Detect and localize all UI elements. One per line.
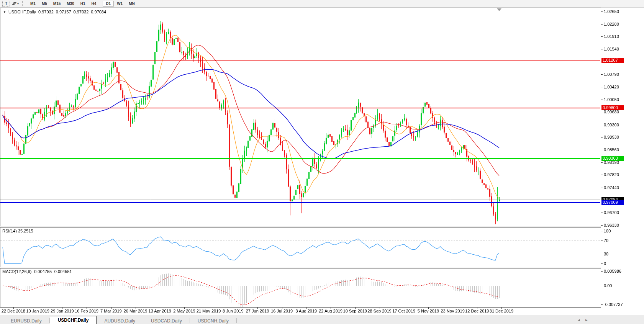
price-tick-label: 1.01540 bbox=[604, 47, 619, 51]
date-tick-label: 10 Jan 2019 bbox=[26, 309, 49, 313]
chart-symbol-header[interactable]: ▼ USDCHF,Daily 0.97032 0.97157 0.97032 0… bbox=[3, 10, 106, 14]
macd-tick-label: -0.007737 bbox=[604, 302, 623, 307]
price-tick-label: 1.00050 bbox=[604, 97, 619, 102]
date-tick-label: 16 Feb 2019 bbox=[75, 309, 98, 313]
price-tick-label: 0.96700 bbox=[604, 210, 619, 215]
date-tick-label: 12 Dec 2019 bbox=[465, 309, 489, 313]
macd-tick-label: 0.005986 bbox=[604, 269, 621, 273]
tab-scroll-left-icon[interactable]: ◂ bbox=[578, 317, 580, 322]
chart-tab-eurusd[interactable]: EURUSD,Daily bbox=[3, 317, 49, 324]
price-badge: 1.01207 bbox=[601, 58, 624, 63]
price-tick-label: 0.97440 bbox=[604, 185, 619, 190]
ohlc-high: 0.97157 bbox=[56, 10, 71, 14]
chart-tab-bar: EURUSD,DailyUSDCHF,DailyAUDUSD,DailyUSDC… bbox=[0, 315, 644, 324]
date-tick-label: 22 Dec 2018 bbox=[2, 309, 25, 313]
date-tick-label: 26 Mar 2019 bbox=[124, 309, 147, 313]
price-tick-label: 0.98930 bbox=[604, 135, 619, 139]
ohlc-close: 0.97084 bbox=[91, 10, 106, 14]
date-tick-label: 13 Apr 2019 bbox=[149, 309, 171, 313]
price-badge: 0.99800 bbox=[601, 105, 624, 110]
date-tick-label: 16 Jul 2019 bbox=[271, 309, 293, 313]
chart-tab-audusd[interactable]: AUDUSD,Daily bbox=[97, 317, 143, 324]
symbol-label: USDCHF,Daily bbox=[8, 10, 36, 14]
price-tick-label: 1.00420 bbox=[604, 85, 619, 89]
price-badge: 0.98303 bbox=[601, 156, 624, 161]
date-tick-label: 10 Sep 2019 bbox=[343, 309, 367, 313]
date-tick-label: 31 Dec 2019 bbox=[490, 309, 513, 313]
rsi-indicator-label: RSI(14) 35.2515 bbox=[2, 229, 33, 233]
price-tick-label: 1.00790 bbox=[604, 72, 619, 77]
price-badge: 0.97009 bbox=[601, 200, 624, 205]
date-tick-label: 5 Nov 2019 bbox=[418, 309, 439, 313]
rsi-tick-label: 70 bbox=[604, 238, 608, 243]
date-tick-label: 7 Mar 2019 bbox=[100, 309, 122, 313]
date-tick-label: 17 Oct 2019 bbox=[392, 309, 415, 313]
price-tick-label: 0.97820 bbox=[604, 172, 619, 177]
rsi-tick-label: 100 bbox=[604, 229, 611, 233]
chart-tab-usdchf[interactable]: USDCHF,Daily bbox=[50, 316, 97, 324]
price-tick-label: 0.99300 bbox=[604, 123, 619, 127]
date-tick-label: 23 Nov 2019 bbox=[441, 309, 464, 313]
macd-indicator-label: MACD(12,26,9) -0.004755 -0.004551 bbox=[2, 269, 72, 274]
chart-canvas[interactable] bbox=[0, 0, 644, 324]
date-tick-label: 29 Jan 2019 bbox=[51, 309, 74, 313]
date-tick-label: 21 May 2019 bbox=[197, 309, 221, 313]
date-tick-label: 8 Jun 2019 bbox=[223, 309, 243, 313]
date-tick-label: 2 May 2019 bbox=[173, 309, 195, 313]
price-tick-label: 1.02650 bbox=[604, 9, 619, 14]
rsi-tick-label: 30 bbox=[604, 252, 608, 256]
macd-tick-label: 0.00 bbox=[604, 283, 612, 288]
ohlc-low: 0.97032 bbox=[74, 10, 89, 14]
chart-tab-usdcnh[interactable]: USDCNH,Daily bbox=[190, 317, 236, 324]
date-tick-label: 22 Aug 2019 bbox=[319, 309, 342, 313]
date-tick-label: 28 Sep 2019 bbox=[367, 309, 391, 313]
price-tick-label: 1.01910 bbox=[604, 34, 619, 39]
symbol-dropdown-icon[interactable]: ▼ bbox=[3, 10, 6, 14]
ohlc-open: 0.97032 bbox=[38, 10, 54, 14]
date-tick-label: 27 Jun 2019 bbox=[246, 309, 269, 313]
tab-scroll-right-icon[interactable]: ▸ bbox=[585, 317, 588, 322]
chart-tab-usdcad[interactable]: USDCAD,Daily bbox=[143, 317, 190, 324]
price-tick-label: 0.98560 bbox=[604, 147, 619, 152]
date-tick-label: 3 Aug 2019 bbox=[296, 309, 317, 313]
rsi-tick-label: 0 bbox=[604, 261, 606, 266]
price-tick-label: 1.02280 bbox=[604, 22, 619, 26]
price-tick-label: 0.96330 bbox=[604, 223, 619, 227]
